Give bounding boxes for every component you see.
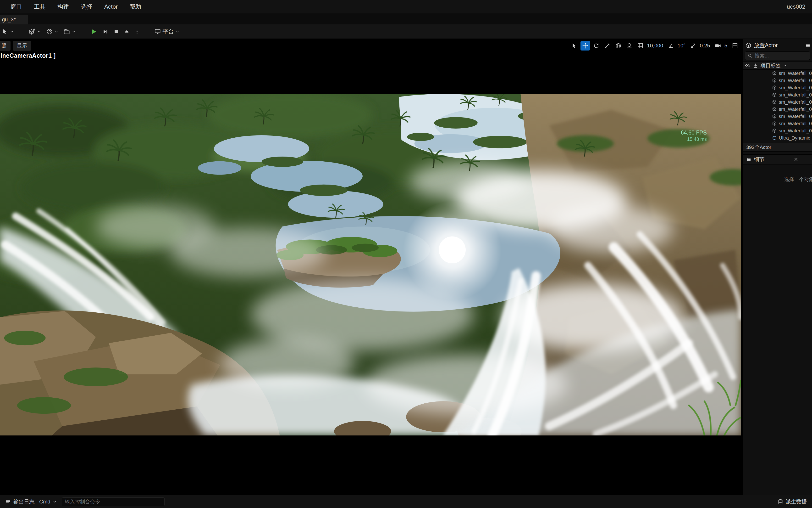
menu-item-help[interactable]: 帮助 xyxy=(130,3,141,10)
outliner-row[interactable]: sm_Waterfall_0 xyxy=(743,113,812,120)
outliner-row[interactable]: Ultra_Dynamic xyxy=(743,134,812,141)
output-log-icon xyxy=(5,499,11,505)
outliner-row[interactable]: sm_Waterfall_0 xyxy=(743,91,812,98)
select-tool-button[interactable] xyxy=(570,41,579,50)
console-input[interactable] xyxy=(62,498,164,506)
search-icon xyxy=(748,53,753,58)
rotation-snap-value[interactable]: 10° xyxy=(677,43,687,49)
rotate-tool-button[interactable] xyxy=(591,41,601,50)
details-tab[interactable]: 细节 xyxy=(743,155,812,165)
item-label-header[interactable]: 项目标签 xyxy=(761,62,781,69)
panel-title: 放置Actor xyxy=(754,42,778,49)
outliner-row[interactable]: sm_Waterfall_0 xyxy=(743,84,812,91)
level-tab[interactable]: gu_3* xyxy=(0,14,28,25)
chevron-down-icon xyxy=(54,30,59,34)
outliner-row[interactable]: sm_Waterfall_0 xyxy=(743,98,812,105)
viewport-layout-icon xyxy=(732,43,738,49)
actor-label: sm_Waterfall_0 xyxy=(779,107,812,112)
angle-icon xyxy=(668,43,674,49)
actor-count: 392个Actor xyxy=(746,144,771,151)
output-log-button[interactable]: 输出日志 xyxy=(5,498,35,505)
outliner-row[interactable]: sm_Waterfall_0 xyxy=(743,77,812,84)
scale-snap-toggle[interactable] xyxy=(688,41,698,50)
platform-dropdown[interactable]: 平台 xyxy=(152,26,182,37)
menu-item-actor[interactable]: Actor xyxy=(104,3,118,10)
menu-item-tools[interactable]: 工具 xyxy=(34,3,45,10)
level-viewport[interactable]: 照 显示 10,000 10° 0.25 5 ineCameraActor1 ] xyxy=(0,39,743,495)
cursor-arrow-icon xyxy=(571,43,577,49)
outliner-column-header[interactable]: 项目标签 xyxy=(743,61,812,70)
eject-button[interactable] xyxy=(122,27,132,36)
show-flags-label: 显示 xyxy=(17,42,27,49)
details-icon xyxy=(746,157,752,162)
camera-icon xyxy=(714,42,721,49)
output-log-label: 输出日志 xyxy=(13,498,35,505)
scale-icon xyxy=(604,43,610,49)
blueprints-dropdown[interactable] xyxy=(44,27,60,36)
derived-data-button[interactable]: 派生数据 xyxy=(777,498,807,505)
frame-time-value: 15.48 ms xyxy=(681,136,707,142)
platform-label: 平台 xyxy=(162,28,174,35)
viewport-toolbar: 照 显示 10,000 10° 0.25 5 xyxy=(0,41,740,51)
actor-label: sm_Waterfall_0 xyxy=(779,85,812,90)
grid-snap-toggle[interactable] xyxy=(635,41,645,50)
eye-icon[interactable] xyxy=(745,63,751,69)
cine-camera-label: ineCameraActor1 ] xyxy=(0,52,56,59)
actor-label: sm_Waterfall_0 xyxy=(779,92,812,98)
static-mesh-icon xyxy=(772,114,777,119)
scale-snap-value[interactable]: 0.25 xyxy=(699,43,712,49)
level-tab-bar: gu_3* xyxy=(0,13,812,25)
cmd-dropdown[interactable]: Cmd xyxy=(39,499,57,505)
move-tool-button[interactable] xyxy=(580,41,590,50)
pin-column-icon[interactable] xyxy=(753,63,758,68)
panel-menu-icon[interactable] xyxy=(805,43,811,48)
sort-caret-icon xyxy=(783,64,787,68)
user-label: ucs002 xyxy=(787,3,805,10)
outliner-row[interactable]: sm_Waterfall_0 xyxy=(743,105,812,113)
right-dock-panel: 放置Actor 项目标签 sm_Waterfall_0 sm_Waterfall… xyxy=(743,39,812,495)
outliner-search[interactable] xyxy=(745,51,810,60)
monitor-icon xyxy=(154,28,161,35)
actor-label: sm_Waterfall_0 xyxy=(779,71,812,76)
menu-item-select[interactable]: 选择 xyxy=(81,3,92,10)
search-input[interactable] xyxy=(755,53,807,59)
modes-dropdown[interactable] xyxy=(0,27,16,36)
fps-counter: 64.60 FPS 15.48 ms xyxy=(681,129,707,142)
play-options-button[interactable] xyxy=(133,28,142,36)
surface-snap-toggle[interactable] xyxy=(624,41,634,50)
fps-value: 64.60 FPS xyxy=(681,129,707,136)
frame-skip-button[interactable] xyxy=(100,27,110,36)
scale-tool-button[interactable] xyxy=(603,41,612,50)
outliner-row[interactable]: sm_Waterfall_0 xyxy=(743,70,812,77)
frame-skip-icon xyxy=(102,29,108,35)
place-actor-icon xyxy=(745,42,752,49)
viewport-scene[interactable] xyxy=(0,94,741,435)
add-actor-dropdown[interactable] xyxy=(27,27,43,37)
close-icon[interactable] xyxy=(793,157,799,162)
menu-item-window[interactable]: 窗口 xyxy=(10,3,22,10)
world-coordinate-toggle[interactable] xyxy=(614,41,623,50)
outliner-row[interactable]: sm_Waterfall_0 xyxy=(743,120,812,127)
chevron-down-icon xyxy=(10,30,14,34)
play-button[interactable] xyxy=(89,27,99,37)
stop-button[interactable] xyxy=(111,27,121,36)
modes-icon xyxy=(1,28,8,35)
camera-speed-value[interactable]: 5 xyxy=(724,43,729,49)
clapperboard-icon xyxy=(63,28,70,35)
add-cube-icon xyxy=(29,28,36,35)
main-menu-bar: 窗口 工具 构建 选择 Actor 帮助 ucs002 xyxy=(0,0,812,13)
rotation-snap-toggle[interactable] xyxy=(666,41,676,50)
show-flags-button[interactable]: 显示 xyxy=(13,41,31,51)
lighting-mode-button[interactable]: 照 xyxy=(0,41,10,51)
outliner-row[interactable]: sm_Waterfall_0 xyxy=(743,127,812,134)
level-tab-label: gu_3* xyxy=(2,16,16,23)
kebab-menu-icon xyxy=(134,29,140,34)
menu-item-build[interactable]: 构建 xyxy=(57,3,69,10)
maximize-viewport-button[interactable] xyxy=(730,41,740,50)
cinematics-dropdown[interactable] xyxy=(61,27,78,36)
static-mesh-icon xyxy=(772,85,777,90)
scene-render xyxy=(0,94,741,435)
grid-snap-value[interactable]: 10,000 xyxy=(647,43,664,49)
camera-speed-button[interactable] xyxy=(713,41,723,50)
play-icon xyxy=(90,28,98,35)
